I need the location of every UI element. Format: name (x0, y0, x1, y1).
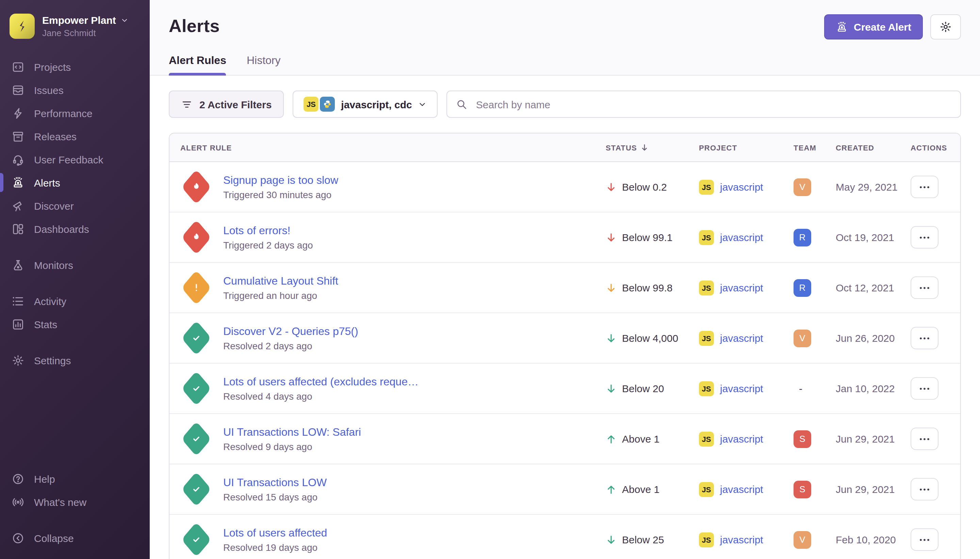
table-row: Discover V2 - Queries p75() Resolved 2 d… (170, 313, 960, 363)
alert-rules-table: ALERT RULE STATUS PROJECT TEAM CREATED A… (169, 133, 961, 559)
alert-rule-link[interactable]: Lots of users affected (excludes reque… (223, 375, 419, 388)
alert-rule-status-text: Resolved 2 days ago (223, 340, 358, 351)
search-input[interactable] (475, 98, 952, 111)
alert-rule-link[interactable]: UI Transactions LOW (223, 476, 327, 488)
javascript-icon: JS (699, 331, 714, 346)
sidebar-item-discover[interactable]: Discover (0, 194, 150, 217)
tab-alert-rules[interactable]: Alert Rules (169, 55, 226, 75)
active-filters-button[interactable]: 2 Active Filters (169, 91, 284, 118)
stats-icon (11, 318, 25, 331)
created-date: Oct 12, 2021 (836, 282, 911, 293)
sidebar-item-settings[interactable]: Settings (0, 349, 150, 372)
releases-icon (11, 130, 25, 143)
project-link[interactable]: javascript (720, 483, 763, 495)
status-threshold: Below 4,000 (622, 332, 678, 344)
alert-severity-icon (181, 320, 211, 356)
org-switcher[interactable]: Empower Plant Jane Schmidt (0, 10, 150, 39)
tab-history[interactable]: History (247, 55, 281, 75)
alert-rule-link[interactable]: Lots of users affected (223, 527, 327, 539)
table-row: UI Transactions LOW Resolved 15 days ago… (170, 464, 960, 514)
status-threshold: Below 20 (622, 383, 664, 394)
row-actions-button[interactable] (911, 226, 939, 248)
sidebar-footer: Help What's new Collapse (0, 467, 150, 549)
sidebar-item-collapse[interactable]: Collapse (0, 526, 150, 549)
project-link[interactable]: javascript (720, 534, 763, 546)
row-actions-button[interactable] (911, 428, 939, 450)
alert-rule-status-text: Resolved 15 days ago (223, 491, 327, 502)
sidebar-item-monitors[interactable]: Monitors (0, 253, 150, 276)
alert-rule-link[interactable]: Signup page is too slow (223, 174, 338, 186)
ellipsis-icon (919, 538, 930, 541)
sidebar-item-dashboards[interactable]: Dashboards (0, 217, 150, 240)
row-actions-button[interactable] (911, 478, 939, 500)
alert-rule-link[interactable]: Lots of errors! (223, 224, 313, 237)
arrow-up-icon (606, 433, 617, 444)
project-link[interactable]: javascript (720, 181, 763, 193)
team-avatar: R (794, 279, 811, 296)
project-link[interactable]: javascript (720, 383, 763, 394)
status-threshold: Below 0.2 (622, 181, 667, 193)
projects-icon (11, 60, 25, 73)
project-selector[interactable]: JS javascript, cdc (293, 91, 437, 118)
python-icon (320, 97, 335, 112)
column-status[interactable]: STATUS (606, 143, 699, 152)
check-icon (190, 534, 202, 546)
sort-desc-icon (640, 143, 649, 152)
alert-rule-link[interactable]: Discover V2 - Queries p75() (223, 325, 358, 337)
sidebar-item-stats[interactable]: Stats (0, 313, 150, 336)
row-actions-button[interactable] (911, 528, 939, 551)
sidebar-item-issues[interactable]: Issues (0, 78, 150, 101)
siren-icon (835, 21, 848, 33)
chevron-down-icon (121, 16, 129, 24)
settings-icon (11, 354, 25, 367)
javascript-icon: JS (699, 179, 714, 194)
javascript-icon: JS (699, 431, 714, 446)
alert-rule-status-text: Triggered 2 days ago (223, 239, 313, 250)
ellipsis-icon (919, 286, 930, 289)
created-date: Jun 29, 2021 (836, 483, 911, 495)
whats-new-icon (11, 495, 25, 508)
org-name: Empower Plant (42, 14, 116, 26)
team-avatar: V (794, 531, 811, 549)
project-link[interactable]: javascript (720, 232, 763, 243)
column-created[interactable]: CREATED (836, 143, 911, 152)
created-date: Jun 29, 2021 (836, 433, 911, 445)
column-team[interactable]: TEAM (794, 143, 836, 152)
page-title: Alerts (169, 16, 220, 37)
filter-bar: 2 Active Filters JS javascript, cdc (169, 91, 961, 118)
alert-severity-icon (181, 270, 211, 305)
alert-severity-icon (181, 471, 211, 506)
sidebar-item-user-feedback[interactable]: User Feedback (0, 148, 150, 171)
sidebar-item-projects[interactable]: Projects (0, 55, 150, 78)
alert-rule-link[interactable]: UI Transactions LOW: Safari (223, 426, 361, 438)
dashboards-icon (11, 222, 25, 235)
create-alert-button[interactable]: Create Alert (824, 14, 923, 40)
alert-rule-status-text: Resolved 19 days ago (223, 542, 327, 552)
sidebar-item-releases[interactable]: Releases (0, 125, 150, 148)
project-link[interactable]: javascript (720, 433, 763, 445)
row-actions-button[interactable] (911, 327, 939, 349)
row-actions-button[interactable] (911, 276, 939, 299)
team-avatar: S (794, 480, 811, 498)
column-project[interactable]: PROJECT (699, 143, 794, 152)
column-alert-rule[interactable]: ALERT RULE (180, 143, 606, 152)
table-row: Lots of errors! Triggered 2 days ago Bel… (170, 212, 960, 262)
row-actions-button[interactable] (911, 176, 939, 198)
status-threshold: Below 99.8 (622, 282, 672, 293)
sidebar-item-performance[interactable]: Performance (0, 101, 150, 125)
table-header: ALERT RULE STATUS PROJECT TEAM CREATED A… (170, 134, 960, 162)
sidebar-item-alerts[interactable]: Alerts (0, 171, 150, 194)
page-content: 2 Active Filters JS javascript, cdc (150, 76, 980, 559)
ellipsis-icon (919, 437, 930, 440)
alert-rule-link[interactable]: Cumulative Layout Shift (223, 275, 338, 287)
project-link[interactable]: javascript (720, 332, 763, 344)
alerts-settings-button[interactable] (931, 14, 961, 40)
flame-icon (190, 181, 202, 193)
sidebar-item-whats-new[interactable]: What's new (0, 490, 150, 513)
sidebar-item-activity[interactable]: Activity (0, 289, 150, 313)
project-link[interactable]: javascript (720, 282, 763, 293)
row-actions-button[interactable] (911, 377, 939, 400)
sidebar-item-help[interactable]: Help (0, 467, 150, 490)
alert-rule-status-text: Triggered 30 minutes ago (223, 189, 338, 200)
alerts-icon (11, 176, 25, 189)
